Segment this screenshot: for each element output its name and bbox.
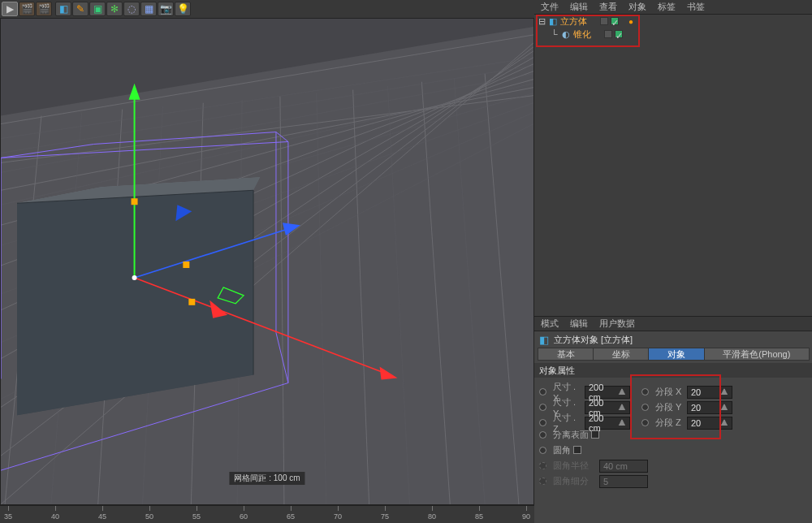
input-size-z[interactable]: 200 cm⯅	[585, 417, 630, 430]
tree-item-taper[interactable]: └ ◐ 锥化 ✓	[534, 28, 812, 41]
checkbox-fillet[interactable]	[573, 446, 581, 454]
input-fillet-radius: 40 cm	[599, 460, 648, 473]
attr-tabs: 基本 坐标 对象 平滑着色(Phong)	[534, 348, 812, 362]
obj-menu-tags[interactable]: 标签	[658, 1, 676, 13]
tool-group-2: ◧ ✎ ▣ ✻ ◌ ▦ 📷 💡	[55, 2, 192, 16]
attr-row-size-z: 尺寸 . Z 200 cm⯅ 分段 Z 20⯅	[539, 412, 807, 427]
svg-point-53	[132, 275, 137, 280]
attr-row-size-x: 尺寸 . X 200 cm⯅ 分段 X 20⯅	[539, 381, 807, 396]
input-size-x[interactable]: 200 cm⯅	[585, 386, 630, 399]
deformer-icon: ◐	[561, 29, 571, 39]
object-tree[interactable]: ⊟ ◧ 立方体 ✓ ● └ ◐ 锥化 ✓	[534, 15, 812, 315]
expand-toggle[interactable]: ⊟	[538, 16, 546, 27]
obj-menu-view[interactable]: 查看	[599, 1, 617, 13]
tool-clap2[interactable]: 🎬	[36, 2, 52, 16]
svg-line-8	[1, 88, 533, 191]
svg-line-9	[1, 96, 533, 163]
ruler-tick-label: 65	[287, 512, 295, 521]
obj-menu-edit[interactable]: 编辑	[570, 1, 588, 13]
checkbox-separate[interactable]	[591, 430, 599, 439]
anim-dot[interactable]	[641, 388, 649, 395]
ruler-tick-label: 50	[145, 512, 153, 521]
attr-row-size-y: 尺寸 . Y 200 cm⯅ 分段 Y 20⯅	[539, 396, 807, 412]
svg-line-14	[280, 97, 284, 504]
tool-cube[interactable]: ◧	[55, 2, 71, 16]
attr-menu-userdata[interactable]: 用户数据	[599, 318, 635, 330]
tool-pen[interactable]: ✎	[72, 2, 89, 16]
anim-dot[interactable]	[539, 419, 546, 426]
attr-rows: 尺寸 . X 200 cm⯅ 分段 X 20⯅ 尺寸 . Y 200 cm⯅ 分…	[534, 378, 812, 492]
tab-basic[interactable]: 基本	[538, 348, 594, 361]
ruler-tick-label: 75	[381, 512, 389, 521]
visibility-dot[interactable]: ✓	[611, 17, 619, 25]
svg-rect-47	[188, 299, 195, 305]
label-fillet-radius: 圆角半径	[553, 460, 597, 472]
cube-icon: ◧	[548, 16, 558, 26]
svg-marker-49	[283, 223, 300, 236]
ruler-tick-label: 90	[522, 512, 530, 521]
anim-dot[interactable]	[539, 447, 546, 454]
tab-object[interactable]: 对象	[648, 348, 704, 361]
right-pane: 文件 编辑 查看 对象 标签 书签 ⊟ ◧ 立方体 ✓ ● └ ◐ 锥化 ✓ 模…	[534, 0, 812, 523]
label-fillet-sub: 圆角细分	[553, 475, 597, 487]
layer-dot[interactable]	[600, 17, 608, 25]
layer-dot[interactable]	[604, 30, 612, 38]
obj-menu-file[interactable]: 文件	[541, 1, 559, 13]
tree-item-label: 锥化	[573, 28, 591, 41]
label-seg-x: 分段 X	[655, 386, 685, 398]
svg-marker-45	[380, 367, 398, 380]
ruler-tick-label: 45	[98, 512, 106, 521]
obj-menu-bookmarks[interactable]: 书签	[687, 1, 705, 13]
input-seg-z[interactable]: 20⯅	[687, 417, 732, 430]
anim-dot	[539, 478, 546, 485]
attr-row-fillet: 圆角	[539, 443, 807, 458]
tree-item-label: 立方体	[560, 15, 587, 28]
tab-phong[interactable]: 平滑着色(Phong)	[704, 348, 810, 361]
attr-row-separate: 分离表面	[539, 427, 807, 443]
svg-line-16	[421, 82, 450, 504]
input-seg-x[interactable]: 20⯅	[687, 386, 732, 399]
object-manager-menu: 文件 编辑 查看 对象 标签 书签	[534, 0, 812, 15]
obj-menu-object[interactable]: 对象	[628, 1, 646, 13]
svg-rect-43	[132, 198, 138, 205]
viewport-perspective[interactable]: 网格间距 : 100 cm	[0, 18, 534, 505]
anim-dot[interactable]	[539, 431, 546, 439]
ruler-tick-label: 55	[192, 512, 201, 521]
attribute-manager: 模式 编辑 用户数据 ◧ 立方体对象 [立方体] 基本 坐标 对象 平滑着色(P…	[534, 316, 812, 523]
visibility-dot[interactable]: ✓	[615, 30, 623, 38]
tool-clap1[interactable]: 🎬	[19, 2, 35, 16]
tab-coord[interactable]: 坐标	[593, 348, 649, 361]
anim-dot	[539, 462, 546, 469]
tool-light[interactable]: 💡	[175, 2, 191, 16]
tree-item-cube[interactable]: ⊟ ◧ 立方体 ✓ ●	[534, 15, 812, 28]
anim-dot[interactable]	[539, 388, 546, 395]
anim-dot[interactable]	[641, 404, 649, 411]
tool-record[interactable]: ▶	[2, 2, 18, 16]
tool-floor[interactable]: ▦	[140, 2, 157, 16]
tool-array[interactable]: ✻	[106, 2, 123, 16]
ruler-tick-label: 70	[334, 512, 342, 521]
anim-dot[interactable]	[539, 404, 546, 411]
timeline-ruler[interactable]: 354045505560657075808590	[0, 505, 534, 523]
tool-fillet[interactable]: ▣	[89, 2, 106, 16]
svg-rect-51	[183, 262, 189, 268]
attr-menu-edit[interactable]: 编辑	[570, 318, 588, 330]
anim-dot[interactable]	[641, 419, 649, 426]
label-separate: 分离表面	[553, 429, 589, 441]
svg-line-17	[485, 74, 519, 504]
attr-menu-mode[interactable]: 模式	[541, 318, 559, 330]
attr-title: ◧ 立方体对象 [立方体]	[534, 331, 812, 348]
ruler-tick-label: 80	[428, 512, 436, 521]
attr-title-text: 立方体对象 [立方体]	[554, 334, 633, 346]
attr-row-fillet-radius: 圆角半径 40 cm	[539, 458, 807, 473]
tool-cloud[interactable]: ◌	[123, 2, 140, 16]
ruler-tick-label: 40	[51, 512, 59, 521]
svg-line-31	[454, 78, 485, 504]
tool-camera[interactable]: 📷	[158, 2, 174, 16]
attr-section-header: 对象属性	[534, 363, 812, 378]
phong-tag-icon[interactable]: ●	[628, 17, 633, 26]
input-seg-y[interactable]: 20⯅	[687, 401, 732, 414]
label-fillet: 圆角	[553, 444, 571, 456]
input-size-y[interactable]: 200 cm⯅	[585, 401, 630, 414]
grid-spacing-label: 网格间距 : 100 cm	[229, 472, 304, 485]
